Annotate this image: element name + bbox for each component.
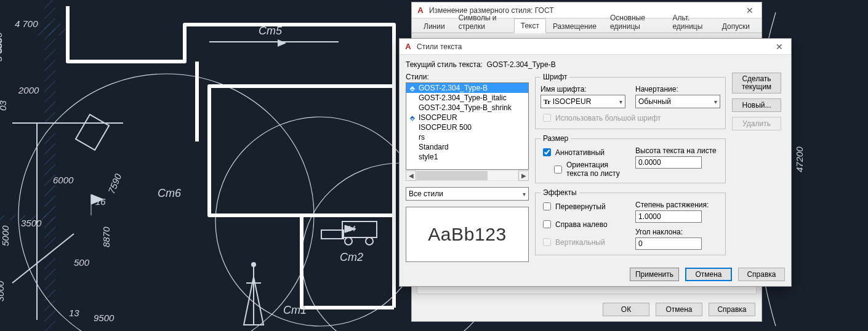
backwards-checkbox[interactable]: Справа налево: [540, 218, 625, 230]
style-item[interactable]: Standard: [406, 142, 528, 152]
vertical-checkbox: Вертикальный: [540, 236, 625, 248]
orient-label: Ориентация текста по листу: [566, 161, 625, 178]
cancel-button[interactable]: Отмена: [656, 303, 702, 316]
scroll-right-icon[interactable]: ▶: [518, 170, 529, 181]
close-icon[interactable]: ✕: [742, 6, 758, 15]
font-style-label: Начертание:: [635, 85, 720, 94]
annotative-icon: [409, 134, 416, 141]
svg-point-11: [252, 263, 255, 266]
titlebar[interactable]: A Стили текста ✕: [400, 39, 791, 55]
cad-label-ct6: Ст6: [158, 187, 182, 199]
text-style-dialog: A Стили текста ✕ Текущий стиль текста: G…: [399, 38, 792, 287]
current-style-value: GOST-2.304_Type-B: [487, 60, 556, 69]
font-group-label: Шрифт: [540, 73, 569, 81]
apply-button[interactable]: Применить: [630, 268, 679, 281]
orient-checkbox-input[interactable]: [554, 166, 562, 173]
styles-label: Стили:: [406, 73, 529, 81]
upside-label: Перевернутый: [555, 202, 606, 211]
style-item[interactable]: ⬘GOST-2.304_Type-B: [406, 83, 528, 93]
paper-height-input[interactable]: [635, 156, 702, 169]
app-logo-icon: A: [416, 6, 425, 15]
cad-dim: 3500: [21, 218, 42, 228]
chevron-down-icon: ▾: [523, 191, 526, 197]
cad-dim: 8870: [101, 226, 111, 247]
tab-alt[interactable]: Альт. единицы: [665, 10, 715, 33]
annotative-checkbox-input[interactable]: [543, 148, 551, 156]
font-style-value: Обычный: [638, 97, 671, 106]
style-item[interactable]: style1: [406, 152, 528, 162]
style-item[interactable]: GOST-2.304_Type-B_shrink: [406, 103, 528, 113]
tab-symbols[interactable]: Символы и стрелки: [452, 10, 514, 33]
upside-checkbox-input[interactable]: [543, 202, 551, 210]
styles-listbox[interactable]: ⬘GOST-2.304_Type-BGOST-2.304_Type-B_ital…: [406, 82, 529, 170]
current-style-label: Текущий стиль текста:: [406, 60, 483, 69]
scroll-track[interactable]: [416, 170, 518, 181]
backwards-label: Справа налево: [555, 220, 608, 229]
tab-fit[interactable]: Размещение: [546, 19, 603, 33]
width-factor-label: Степень растяжения:: [635, 201, 720, 209]
close-icon[interactable]: ✕: [771, 42, 787, 52]
help-button[interactable]: Справка: [738, 268, 785, 281]
tab-lines[interactable]: Линии: [417, 19, 452, 33]
style-item[interactable]: ⬘ISOCPEUR: [406, 113, 528, 122]
app-logo-icon: A: [403, 42, 413, 52]
vertical-checkbox-input: [543, 238, 551, 246]
oblique-label: Угол наклона:: [635, 228, 720, 236]
help-button[interactable]: Справка: [709, 303, 755, 316]
delete-style-button: Удалить: [732, 117, 781, 130]
cad-dim: 13: [69, 308, 79, 318]
cancel-button[interactable]: Отмена: [685, 268, 732, 281]
cad-dim: 2000: [18, 85, 39, 95]
upside-checkbox[interactable]: Перевернутый: [540, 201, 625, 212]
tabs: Линии Символы и стрелки Текст Размещение…: [412, 18, 762, 33]
annotative-checkbox[interactable]: Аннотативный: [540, 146, 625, 158]
style-preview: AaBb123: [406, 207, 529, 262]
cad-dim: 3000: [0, 281, 6, 301]
size-group-label: Размер: [540, 134, 571, 143]
cad-dim: 47200: [794, 146, 805, 172]
cad-dim: 6000: [53, 175, 74, 185]
ok-button[interactable]: ОК: [603, 303, 649, 316]
new-style-button[interactable]: Новый...: [732, 98, 781, 112]
cad-dim: 500: [74, 257, 90, 268]
font-name-select[interactable]: Tr ISOCPEUR ▾: [540, 95, 625, 108]
backwards-checkbox-input[interactable]: [543, 220, 551, 228]
style-item[interactable]: ISOCPEUR 500: [406, 122, 528, 132]
scroll-thumb[interactable]: [417, 171, 488, 180]
annotative-icon: [409, 153, 416, 161]
font-name-value: ISOCPEUR: [553, 97, 592, 106]
bigfont-checkbox: Использовать большой шрифт: [540, 112, 720, 124]
list-scrollbar[interactable]: ◀ ▶: [406, 170, 529, 181]
font-name-label: Имя шрифта:: [540, 85, 625, 94]
orient-checkbox[interactable]: Ориентация текста по листу: [552, 161, 625, 178]
style-item-label: ISOCPEUR: [419, 113, 457, 122]
oblique-input[interactable]: [635, 237, 702, 250]
font-style-select[interactable]: Обычный ▾: [635, 95, 720, 108]
set-current-button[interactable]: Сделать текущим: [732, 73, 781, 94]
style-item[interactable]: GOST-2.304_Type-B_italic: [406, 93, 528, 103]
width-factor-input[interactable]: [635, 210, 702, 223]
style-item-label: style1: [419, 153, 438, 161]
size-group: Размер Аннотативный Ориентация текста по…: [535, 134, 726, 183]
style-item-label: Standard: [419, 143, 449, 151]
style-item-label: GOST-2.304_Type-B_italic: [419, 94, 507, 102]
style-item-label: GOST-2.304_Type-B: [419, 84, 488, 92]
style-filter-select[interactable]: Все стили ▾: [406, 187, 529, 201]
annotative-icon: [409, 104, 416, 111]
font-group: Шрифт Имя шрифта: Tr ISOCPEUR ▾ Начертан: [535, 73, 726, 129]
window-title: Стили текста: [417, 42, 771, 51]
scroll-left-icon[interactable]: ◀: [406, 170, 416, 181]
style-item[interactable]: rs: [406, 132, 528, 142]
tab-primary[interactable]: Основные единицы: [603, 10, 665, 33]
cad-label-ct5: Ст5: [259, 25, 283, 37]
tab-text[interactable]: Текст: [514, 18, 546, 33]
cad-dim: 5000: [0, 225, 10, 246]
annotative-icon: [409, 143, 416, 151]
style-item-label: ISOCPEUR 500: [419, 123, 472, 132]
annotative-label: Аннотативный: [555, 148, 605, 157]
tab-tol[interactable]: Допуски: [715, 19, 757, 33]
chevron-down-icon: ▾: [714, 98, 717, 105]
cad-dim: 03: [0, 100, 8, 111]
bigfont-checkbox-input: [543, 114, 551, 122]
effects-group-label: Эффекты: [540, 188, 579, 197]
